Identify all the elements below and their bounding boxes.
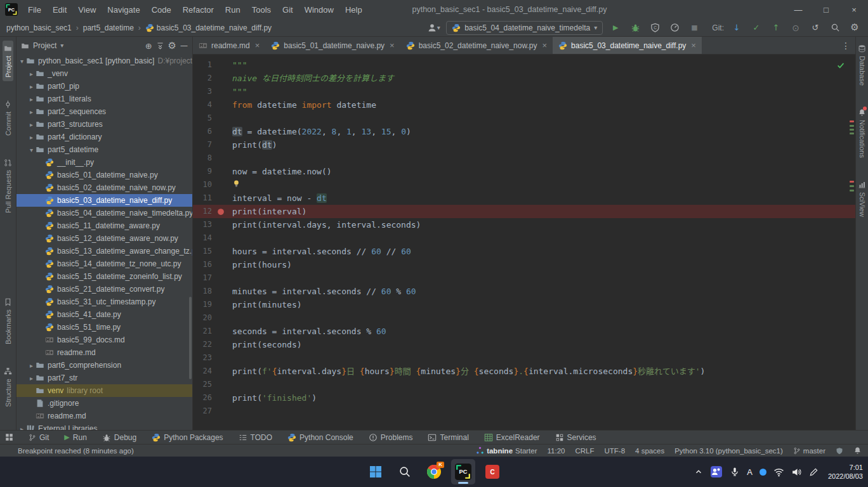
status-widget-ide-shield[interactable]	[836, 447, 843, 455]
tree-item[interactable]: ▸part1_literals	[16, 93, 192, 105]
chrome-taskbar-button[interactable]: K	[422, 459, 446, 484]
git-update-button[interactable]: ↓	[730, 21, 744, 35]
tree-item[interactable]: .gitignore	[16, 397, 192, 410]
change-mark[interactable]	[850, 190, 854, 192]
tree-item[interactable]: basic5_15_datetime_zoneinfo_list.py	[16, 270, 192, 283]
line-number[interactable]: 4	[193, 98, 212, 112]
gutter-slot[interactable]	[212, 258, 230, 271]
editor-tab[interactable]: basic5_02_datetime_naive_now.py×	[400, 37, 553, 54]
code-line[interactable]: 11interval = now - dt	[193, 192, 855, 205]
ide-settings-button[interactable]: ⚙	[848, 21, 862, 35]
pen-input-icon[interactable]	[809, 467, 819, 477]
change-mark[interactable]	[850, 185, 854, 187]
menu-git[interactable]: Git	[277, 3, 299, 17]
code-line[interactable]: 23	[193, 351, 855, 365]
editor-tab[interactable]: basic5_03_datetime_naive_diff.py×	[553, 37, 702, 54]
tab-options-button[interactable]: ⋮	[836, 37, 855, 54]
tray-expand-icon[interactable]	[694, 467, 703, 476]
tree-item[interactable]: ▾part5_datetime	[16, 143, 192, 156]
menu-refactor[interactable]: Refactor	[177, 3, 220, 17]
stripe-item-sciview[interactable]: SciView	[857, 177, 867, 221]
tree-item[interactable]: ▸part4_dictionary	[16, 131, 192, 143]
code-line[interactable]: 9now = datetime.now()	[193, 165, 855, 178]
status-widget-notifications[interactable]	[853, 446, 862, 455]
gutter-slot[interactable]	[212, 165, 230, 178]
code-line[interactable]: 6dt = datetime(2022, 8, 1, 13, 15, 0)	[193, 125, 855, 138]
tree-item[interactable]: ▸part6_comprehension	[16, 359, 192, 372]
line-number[interactable]: 6	[193, 125, 212, 138]
git-history-button[interactable]: ⊙	[789, 21, 803, 35]
tree-item[interactable]: basic5_02_datetime_naive_now.py	[16, 181, 192, 194]
editor-tab[interactable]: readme.md×	[193, 37, 265, 54]
gutter-slot[interactable]	[212, 311, 230, 325]
windows-start-taskbar-button[interactable]	[364, 459, 388, 484]
profiler-button[interactable]	[667, 21, 681, 35]
line-number[interactable]: 27	[193, 405, 212, 418]
tree-item[interactable]: basic5_12_datetime_aware_now.py	[16, 232, 192, 245]
tree-item[interactable]: basic5_31_utc_timestamp.py	[16, 295, 192, 308]
red-app-taskbar-button[interactable]: C	[480, 459, 504, 484]
code-line[interactable]: 18minutes = interval.seconds // 60 % 60	[193, 285, 855, 298]
code-line[interactable]: 25	[193, 378, 855, 391]
line-number[interactable]: 2	[193, 72, 212, 85]
gutter-slot[interactable]	[212, 125, 230, 138]
tree-item[interactable]: ▸part7_str	[16, 372, 192, 384]
line-number[interactable]: 15	[193, 245, 212, 258]
gutter-slot[interactable]	[212, 245, 230, 258]
quick-access-icon[interactable]	[5, 433, 13, 441]
tree-item[interactable]: venvlibrary root	[16, 384, 192, 397]
tree-item[interactable]: ▸External Libraries	[16, 422, 192, 430]
tree-item[interactable]: ▸part0_pip	[16, 80, 192, 93]
line-number[interactable]: 18	[193, 285, 212, 298]
collapse-all-button[interactable]	[156, 42, 164, 50]
toolwindow-button-debug[interactable]: Debug	[102, 433, 136, 442]
tree-chevron-down-icon[interactable]: ▾	[18, 58, 26, 65]
line-number[interactable]: 3	[193, 85, 212, 98]
git-push-button[interactable]: ↑	[769, 21, 783, 35]
tree-item[interactable]: ▸part3_structures	[16, 118, 192, 131]
toolwindow-button-python-packages[interactable]: Python Packages	[152, 433, 223, 442]
gutter-slot[interactable]	[212, 58, 230, 72]
gutter-slot[interactable]	[212, 205, 230, 218]
line-number[interactable]: 20	[193, 311, 212, 325]
tree-item[interactable]: basic5_11_datetime_aware.py	[16, 219, 192, 232]
gutter-slot[interactable]	[212, 378, 230, 391]
code-text[interactable]: print(hours)	[230, 258, 855, 271]
status-widget-clock[interactable]: 11:20	[548, 447, 565, 455]
change-mark[interactable]	[850, 129, 854, 131]
tree-item[interactable]: basic5_14_datetime_tz_none_utc.py	[16, 257, 192, 270]
bluetooth-dot-icon[interactable]	[760, 469, 766, 476]
tree-chevron-right-icon[interactable]: ▸	[27, 70, 36, 77]
gutter-slot[interactable]	[212, 365, 230, 378]
tree-item[interactable]: ▾python_basic_sec1 [python_basic]D:¥proj…	[16, 55, 192, 67]
code-text[interactable]	[230, 271, 855, 285]
status-widget-git-branch[interactable]: master	[793, 447, 825, 455]
gutter-slot[interactable]	[212, 285, 230, 298]
panel-settings-button[interactable]: ⚙	[168, 41, 176, 51]
stripe-item-pull-requests[interactable]: Pull Requests	[3, 155, 13, 217]
line-number[interactable]: 17	[193, 271, 212, 285]
code-text[interactable]: print('finished')	[230, 391, 855, 405]
code-text[interactable]: now = datetime.now()	[230, 165, 855, 178]
project-panel-header[interactable]: Project ▾ ⊕ ⚙ —	[16, 37, 192, 55]
tab-close-icon[interactable]: ×	[691, 41, 696, 50]
git-commit-button[interactable]: ✓	[749, 21, 763, 35]
gutter-slot[interactable]	[212, 85, 230, 98]
line-number[interactable]: 14	[193, 231, 212, 245]
menu-file[interactable]: File	[22, 3, 47, 17]
locate-file-button[interactable]: ⊕	[145, 42, 152, 50]
git-rollback-button[interactable]: ↺	[808, 21, 822, 35]
gutter-slot[interactable]	[212, 351, 230, 365]
menu-edit[interactable]: Edit	[47, 3, 72, 17]
inspections-ok-icon[interactable]	[836, 61, 845, 70]
line-number[interactable]: 12	[193, 205, 212, 218]
user-menu-button[interactable]: ▾	[426, 21, 440, 35]
code-text[interactable]	[230, 152, 855, 165]
status-widget-tabnine[interactable]: tabnineStarter	[476, 446, 537, 455]
line-number[interactable]: 11	[193, 192, 212, 205]
gutter-slot[interactable]	[212, 218, 230, 231]
code-text[interactable]: minutes = interval.seconds // 60 % 60	[230, 285, 855, 298]
change-mark[interactable]	[850, 181, 854, 183]
code-text[interactable]	[230, 311, 855, 325]
code-line[interactable]: 4from datetime import datetime	[193, 98, 855, 112]
